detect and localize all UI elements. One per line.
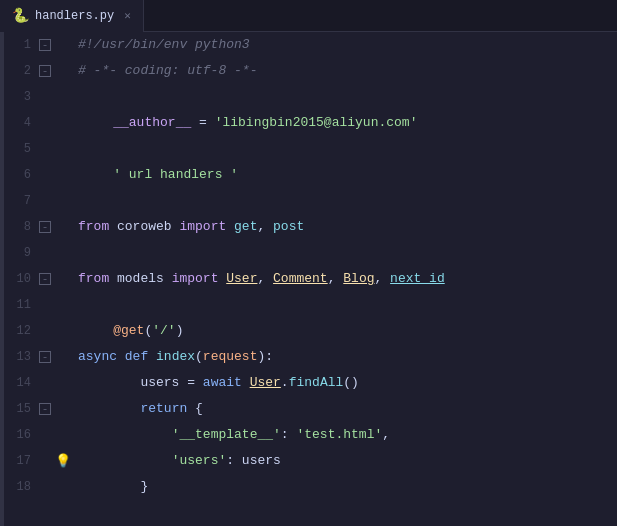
code-token-indent-17 bbox=[78, 448, 172, 474]
gutter-row-11: 11 bbox=[4, 292, 74, 318]
gutter-row-12: 12 bbox=[4, 318, 74, 344]
code-token-request: request bbox=[203, 344, 258, 370]
line-number-4: 4 bbox=[4, 116, 39, 130]
code-token-module-8: coroweb bbox=[117, 214, 179, 240]
gutter-row-7: 7 bbox=[4, 188, 74, 214]
line-number-11: 11 bbox=[4, 298, 39, 312]
gutter-row-5: 5 bbox=[4, 136, 74, 162]
gutter-row-14: 14 bbox=[4, 370, 74, 396]
code-token-users-val: users bbox=[242, 448, 281, 474]
line-number-17: 17 bbox=[4, 454, 39, 468]
fold-box-13[interactable]: - bbox=[39, 351, 51, 363]
code-token-dot-14: . bbox=[281, 370, 289, 396]
code-token-indent-15 bbox=[78, 396, 140, 422]
code-token-user-class: User bbox=[250, 370, 281, 396]
code-line-2: # -*- coding: utf-8 -*- bbox=[78, 58, 617, 84]
line-number-9: 9 bbox=[4, 246, 39, 260]
code-token-equals: = bbox=[191, 110, 214, 136]
code-token-comma-10c: , bbox=[375, 266, 391, 292]
code-token-paren-close: ) bbox=[176, 318, 184, 344]
lightbulb-icon[interactable]: 💡 bbox=[55, 453, 71, 469]
code-token-indent-16 bbox=[78, 422, 172, 448]
code-token-module-10: models bbox=[117, 266, 172, 292]
code-line-5 bbox=[78, 136, 617, 162]
line-number-7: 7 bbox=[4, 194, 39, 208]
line-number-15: 15 bbox=[4, 402, 39, 416]
code-token-colon-13: ): bbox=[257, 344, 273, 370]
code-line-1: #!/usr/bin/env python3 bbox=[78, 32, 617, 58]
fold-box-8[interactable]: - bbox=[39, 221, 51, 233]
code-token-paren-open: ( bbox=[144, 318, 152, 344]
code-area: #!/usr/bin/env python3 # -*- coding: utf… bbox=[74, 32, 617, 526]
code-token-comma-8: , bbox=[257, 214, 273, 240]
gutter-row-10: 10 - bbox=[4, 266, 74, 292]
code-token-comment-2: # -*- coding: utf-8 -*- bbox=[78, 58, 257, 84]
code-token-import-10: import bbox=[172, 266, 227, 292]
code-token-indent-6 bbox=[78, 162, 113, 188]
fold-box-1[interactable]: - bbox=[39, 39, 51, 51]
line-number-10: 10 bbox=[4, 272, 39, 286]
editor-window: 🐍 handlers.py ✕ 1 - 2 - 3 bbox=[0, 0, 617, 526]
gutter-row-4: 4 bbox=[4, 110, 74, 136]
code-token-def: def bbox=[125, 344, 156, 370]
code-line-14: users = await User . findAll () bbox=[78, 370, 617, 396]
line-number-3: 3 bbox=[4, 90, 39, 104]
line-number-8: 8 bbox=[4, 220, 39, 234]
line-number-18: 18 bbox=[4, 480, 39, 494]
gutter-row-9: 9 bbox=[4, 240, 74, 266]
code-token-comma-10b: , bbox=[328, 266, 344, 292]
line-number-2: 2 bbox=[4, 64, 39, 78]
code-token-indent-18 bbox=[78, 474, 140, 500]
tab-close-button[interactable]: ✕ bbox=[124, 9, 131, 22]
fold-box-15[interactable]: - bbox=[39, 403, 51, 415]
code-token-from-8: from bbox=[78, 214, 117, 240]
code-token-post: post bbox=[273, 214, 304, 240]
line-number-1: 1 bbox=[4, 38, 39, 52]
gutter-row-13: 13 - bbox=[4, 344, 74, 370]
code-token-return: return bbox=[140, 396, 195, 422]
code-line-10: from models import User , Comment , Blog… bbox=[78, 266, 617, 292]
code-line-11 bbox=[78, 292, 617, 318]
code-token-paren-13: ( bbox=[195, 344, 203, 370]
code-token-comma-16: , bbox=[382, 422, 390, 448]
code-token-comment: Comment bbox=[273, 266, 328, 292]
code-token-index: index bbox=[156, 344, 195, 370]
code-token-findall: findAll bbox=[289, 370, 344, 396]
code-line-15: return { bbox=[78, 396, 617, 422]
code-token-template-val: 'test.html' bbox=[296, 422, 382, 448]
gutter-row-3: 3 bbox=[4, 84, 74, 110]
line-number-14: 14 bbox=[4, 376, 39, 390]
code-line-18: } bbox=[78, 474, 617, 500]
fold-box-2[interactable]: - bbox=[39, 65, 51, 77]
code-token-user: User bbox=[226, 266, 257, 292]
code-token-get: get bbox=[234, 214, 257, 240]
editor-area: 1 - 2 - 3 4 5 bbox=[0, 32, 617, 526]
line-gutter: 1 - 2 - 3 4 5 bbox=[4, 32, 74, 526]
gutter-row-16: 16 bbox=[4, 422, 74, 448]
code-token-async: async bbox=[78, 344, 125, 370]
tab-bar: 🐍 handlers.py ✕ bbox=[0, 0, 617, 32]
code-line-12: @get ( '/' ) bbox=[78, 318, 617, 344]
code-line-8: from coroweb import get , post bbox=[78, 214, 617, 240]
code-line-7 bbox=[78, 188, 617, 214]
tab-handlers-py[interactable]: 🐍 handlers.py ✕ bbox=[0, 0, 144, 32]
code-line-4: __author__ = 'libingbin2015@aliyun.com' bbox=[78, 110, 617, 136]
code-token-indent-14: users = bbox=[78, 370, 203, 396]
gutter-row-2: 2 - bbox=[4, 58, 74, 84]
code-token-indent-4 bbox=[78, 110, 113, 136]
code-token-route: '/' bbox=[152, 318, 175, 344]
gutter-row-1: 1 - bbox=[4, 32, 74, 58]
gutter-row-6: 6 bbox=[4, 162, 74, 188]
code-token-dunder: __author__ bbox=[113, 110, 191, 136]
code-token-email: 'libingbin2015@aliyun.com' bbox=[215, 110, 418, 136]
code-token-await: await bbox=[203, 370, 250, 396]
code-line-13: async def index ( request ): bbox=[78, 344, 617, 370]
fold-box-10[interactable]: - bbox=[39, 273, 51, 285]
line-number-5: 5 bbox=[4, 142, 39, 156]
code-token-string-6: ' url handlers ' bbox=[113, 162, 238, 188]
code-token-decorator: @get bbox=[113, 318, 144, 344]
code-token-template-key: '__template__' bbox=[172, 422, 281, 448]
line-number-13: 13 bbox=[4, 350, 39, 364]
code-token-import-8: import bbox=[179, 214, 234, 240]
code-token-from-10: from bbox=[78, 266, 117, 292]
